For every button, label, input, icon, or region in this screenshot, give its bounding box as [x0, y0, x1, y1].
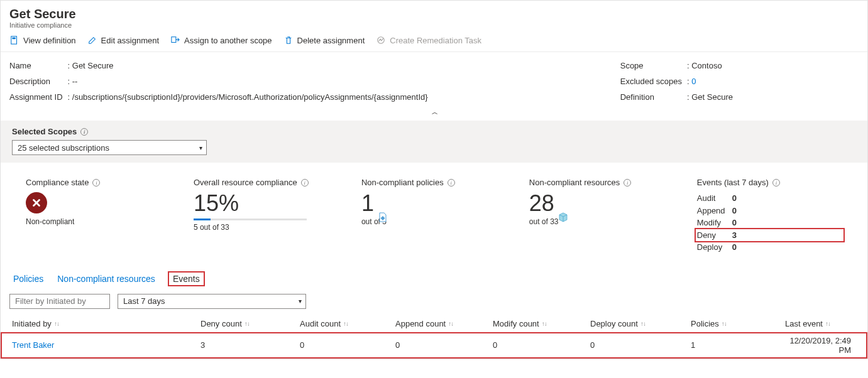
overall-compliance-sub: 5 out of 33 [194, 223, 355, 232]
event-label: Append [697, 205, 728, 217]
daterange-dropdown[interactable]: Last 7 days ▾ [118, 294, 306, 309]
daterange-value: Last 7 days [123, 296, 165, 306]
sort-icon: ↑↓ [54, 320, 59, 327]
info-icon[interactable]: i [80, 128, 88, 136]
col-header-policies[interactable]: Policies ↑↓ [691, 319, 785, 328]
event-label: Audit [697, 192, 728, 205]
title-bar: Get Secure Initiative compliance [1, 1, 867, 33]
col-header-modify[interactable]: Modify count ↑↓ [493, 319, 590, 328]
prop-description-value: -- [72, 77, 78, 86]
col-header-append[interactable]: Append count ↑↓ [395, 319, 493, 328]
trash-icon [283, 35, 294, 45]
prop-scope-value: Contoso [691, 61, 722, 70]
assign-scope-button[interactable]: Assign to another scope [170, 35, 272, 45]
properties-right: Scope : Contoso Excluded scopes : 0 Defi… [620, 61, 733, 102]
info-icon[interactable]: i [448, 179, 455, 186]
event-summary-item[interactable]: Deny3 [695, 228, 845, 243]
cell-audit-count: 0 [300, 340, 395, 350]
events-table: Initiated by ↑↓ Deny count ↑↓ Audit coun… [1, 315, 867, 359]
remediation-icon [376, 35, 386, 45]
initiated-by-filter-input[interactable] [9, 294, 110, 309]
resource-cube-icon [558, 203, 569, 215]
info-icon[interactable]: i [301, 179, 309, 186]
prop-definition-value: Get Secure [691, 92, 733, 102]
col-header-deploy[interactable]: Deploy count ↑↓ [590, 319, 691, 328]
sort-icon: ↑↓ [343, 320, 348, 327]
event-summary-item[interactable]: Append0 [697, 205, 842, 217]
scopes-label: Selected Scopes i [12, 127, 856, 136]
cell-initiated-by[interactable]: Trent Baker [12, 340, 201, 350]
noncompliant-resources-card: Non-compliant resources i 28 out of 33 [529, 178, 691, 254]
overall-compliance-title: Overall resource compliance [194, 178, 297, 187]
delete-assignment-button[interactable]: Delete assignment [283, 35, 365, 45]
tab-events[interactable]: Events [168, 271, 205, 286]
svg-rect-1 [13, 38, 16, 40]
collapse-toggle[interactable]: ︿ [1, 107, 867, 121]
policy-doc-icon [378, 203, 388, 213]
overall-compliance-value: 15% [194, 192, 355, 215]
create-remediation-label: Create Remediation Task [390, 36, 481, 45]
noncompliant-badge-icon [26, 192, 47, 213]
svg-rect-2 [172, 37, 176, 43]
assign-scope-label: Assign to another scope [184, 36, 272, 45]
event-summary-item[interactable]: Deploy0 [697, 241, 842, 254]
cell-deny-count: 3 [201, 340, 300, 350]
cell-modify-count: 0 [493, 340, 590, 350]
sort-icon: ↑↓ [244, 320, 250, 327]
scopes-bar: Selected Scopes i 25 selected subscripti… [1, 121, 867, 163]
prop-name-label: Name [9, 61, 63, 70]
chevron-down-icon: ▾ [299, 298, 302, 305]
view-definition-label: View definition [23, 36, 76, 45]
view-definition-button[interactable]: View definition [9, 35, 76, 45]
overall-compliance-card: Overall resource compliance i 15% 5 out … [194, 178, 355, 254]
events-summary-title: Events (last 7 days) [697, 178, 769, 187]
event-count: 0 [732, 217, 737, 229]
event-count: 0 [732, 205, 737, 217]
col-header-lastevent[interactable]: Last event ↑↓ [785, 319, 856, 328]
cell-last-event: 12/20/2019, 2:49 PM [785, 336, 856, 355]
assign-icon [170, 35, 180, 45]
delete-assignment-label: Delete assignment [297, 36, 365, 45]
info-icon[interactable]: i [624, 179, 631, 186]
properties-section: Name : Get Secure Description : -- Assig… [1, 52, 867, 107]
table-row[interactable]: Trent Baker 3 0 0 0 0 1 12/20/2019, 2:49… [1, 332, 867, 359]
tabs-row: Policies Non-compliant resources Events [1, 265, 867, 290]
tab-noncompliant-resources[interactable]: Non-compliant resources [56, 271, 157, 286]
noncompliant-policies-value: 1 [361, 192, 374, 215]
compliance-state-card: Compliance state i Non-compliant [26, 178, 187, 254]
edit-assignment-label: Edit assignment [101, 36, 160, 45]
col-header-initiated[interactable]: Initiated by ↑↓ [12, 319, 201, 328]
sort-icon: ↑↓ [542, 320, 547, 327]
noncompliant-resources-title: Non-compliant resources [529, 178, 620, 187]
prop-scope-label: Scope [620, 61, 682, 70]
page-subtitle: Initiative compliance [9, 21, 859, 29]
table-header-row: Initiated by ↑↓ Deny count ↑↓ Audit coun… [1, 315, 867, 332]
event-label: Deploy [697, 241, 728, 254]
edit-assignment-button[interactable]: Edit assignment [87, 35, 160, 45]
col-header-deny[interactable]: Deny count ↑↓ [201, 319, 300, 328]
tab-policies[interactable]: Policies [12, 271, 45, 286]
event-summary-item[interactable]: Audit0 [697, 192, 842, 205]
event-label: Deny [697, 229, 728, 242]
col-header-audit[interactable]: Audit count ↑↓ [300, 319, 395, 328]
info-icon[interactable]: i [772, 179, 780, 186]
cell-deploy-count: 0 [590, 340, 691, 350]
noncompliant-resources-sub: out of 33 [529, 217, 691, 226]
event-count: 3 [732, 229, 737, 242]
events-summary-card: Events (last 7 days) i Audit0Append0Modi… [697, 178, 842, 254]
compliance-state-title: Compliance state [26, 178, 89, 187]
noncompliant-policies-title: Non-compliant policies [361, 178, 444, 187]
prop-assignmentid-value: /subscriptions/{subscriptionId}/provider… [72, 92, 428, 102]
create-remediation-button: Create Remediation Task [376, 35, 481, 45]
cell-policies-count: 1 [691, 340, 785, 350]
event-count: 0 [732, 241, 737, 254]
prop-assignmentid-label: Assignment ID [9, 92, 63, 102]
prop-description-label: Description [9, 77, 63, 86]
info-icon[interactable]: i [92, 179, 100, 186]
event-label: Modify [697, 217, 728, 229]
scopes-label-text: Selected Scopes [12, 127, 77, 136]
scopes-dropdown[interactable]: 25 selected subscriptions ▾ [12, 140, 207, 155]
prop-excluded-value[interactable]: 0 [691, 77, 696, 86]
filter-row: Last 7 days ▾ [1, 290, 867, 315]
toolbar: View definition Edit assignment Assign t… [1, 33, 867, 52]
